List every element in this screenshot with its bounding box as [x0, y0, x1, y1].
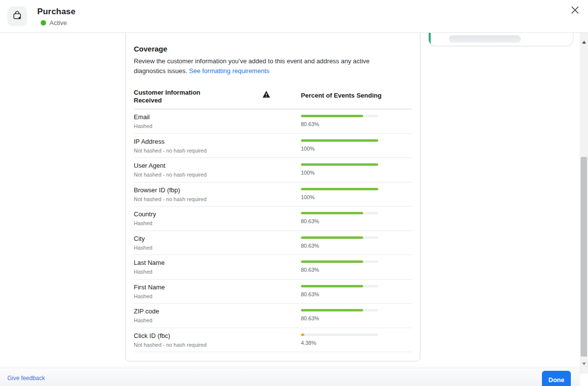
row-parameter-cell: Browser ID (fbp) Not hashed - no hash re…	[134, 186, 301, 206]
status-dot-icon	[41, 20, 46, 26]
toast-skeleton-pill	[449, 35, 521, 43]
give-feedback-link[interactable]: Give feedback	[7, 375, 45, 382]
coverage-section-title: Coverage	[134, 45, 412, 53]
progress-bar-track	[301, 115, 378, 117]
table-row: ZIP code Hashed 80.63%	[134, 304, 412, 328]
warning-icon[interactable]	[263, 91, 270, 100]
row-parameter-cell: ZIP code Hashed	[134, 308, 301, 328]
progress-fill	[301, 285, 363, 287]
status-label: Active	[49, 19, 67, 26]
scrollbar-down-arrow[interactable]	[580, 360, 588, 368]
row-name: First Name	[134, 283, 301, 291]
progress-bar-track	[301, 309, 378, 311]
row-name: IP Address	[134, 138, 301, 145]
row-name: Click ID (fbc)	[134, 332, 301, 339]
row-percent-cell: 100%	[301, 162, 378, 182]
toast-accent-bar	[429, 33, 431, 46]
coverage-card: Coverage Review the customer information…	[125, 33, 420, 361]
row-hash-status: Hashed	[134, 245, 301, 251]
row-percent-cell: 80.63%	[301, 308, 378, 328]
row-name: User Agent	[134, 162, 301, 169]
row-name: City	[134, 235, 301, 242]
coverage-table-body: Email Hashed 80.63% IP Address Not hashe…	[134, 109, 412, 352]
done-button[interactable]: Done	[542, 371, 571, 386]
row-percent-cell: 80.63%	[301, 283, 378, 304]
row-hash-status: Not hashed - no hash required	[134, 342, 301, 348]
row-percent-cell: 100%	[301, 138, 378, 158]
row-percent-label: 80.63%	[301, 267, 378, 273]
dialog-footer: Give feedback Done	[0, 368, 580, 386]
row-parameter-cell: IP Address Not hashed - no hash required	[134, 138, 301, 158]
progress-fill	[301, 260, 363, 263]
table-row: Country Hashed 80.63%	[134, 206, 412, 231]
progress-fill	[301, 115, 363, 117]
row-percent-label: 80.63%	[301, 243, 378, 249]
triangle-down-icon	[582, 362, 586, 365]
row-hash-status: Hashed	[134, 220, 301, 226]
row-hash-status: Hashed	[134, 317, 301, 323]
row-percent-label: 100%	[301, 170, 378, 176]
row-percent-label: 100%	[301, 146, 378, 152]
scrollbar-thumb[interactable]	[581, 157, 587, 357]
page-title: Purchase	[37, 7, 75, 17]
row-parameter-cell: User Agent Not hashed - no hash required	[134, 162, 301, 182]
close-icon	[571, 6, 579, 16]
row-name: ZIP code	[134, 308, 301, 315]
row-hash-status: Hashed	[134, 293, 301, 299]
progress-bar-track	[301, 260, 378, 263]
progress-fill	[301, 334, 304, 336]
row-percent-label: 100%	[301, 194, 378, 200]
progress-fill	[301, 309, 363, 311]
progress-fill	[301, 236, 363, 239]
row-parameter-cell: Last Name Hashed	[134, 259, 301, 279]
row-percent-label: 80.63%	[301, 121, 378, 127]
coverage-table-header: Customer Information Received Percent of…	[134, 89, 412, 109]
row-hash-status: Not hashed - no hash required	[134, 196, 301, 202]
row-percent-cell: 4.38%	[301, 332, 378, 352]
row-parameter-cell: Country Hashed	[134, 210, 301, 231]
status-badge: Active	[41, 19, 67, 26]
table-row: Email Hashed 80.63%	[134, 109, 412, 134]
progress-fill	[301, 212, 363, 214]
progress-bar-track	[301, 334, 378, 336]
progress-fill	[301, 163, 378, 166]
dialog-body: Coverage Review the customer information…	[0, 33, 580, 368]
row-percent-cell: 100%	[301, 186, 378, 206]
row-parameter-cell: City Hashed	[134, 235, 301, 255]
table-row: IP Address Not hashed - no hash required…	[134, 134, 412, 158]
vertical-scrollbar[interactable]	[580, 33, 588, 374]
table-row: First Name Hashed 80.63%	[134, 280, 412, 304]
row-percent-cell: 80.63%	[301, 210, 378, 231]
progress-fill	[301, 188, 378, 190]
progress-bar-track	[301, 236, 378, 239]
row-parameter-cell: Click ID (fbc) Not hashed - no hash requ…	[134, 332, 301, 352]
row-parameter-cell: First Name Hashed	[134, 283, 301, 304]
table-row: City Hashed 80.63%	[134, 231, 412, 256]
row-name: Browser ID (fbp)	[134, 186, 301, 194]
row-hash-status: Hashed	[134, 269, 301, 275]
row-name: Last Name	[134, 259, 301, 266]
table-row: Click ID (fbc) Not hashed - no hash requ…	[134, 328, 412, 353]
event-icon-tile	[7, 6, 27, 26]
row-percent-cell: 80.63%	[301, 113, 378, 133]
close-button[interactable]	[569, 5, 580, 16]
scrollbar-up-arrow[interactable]	[580, 38, 588, 46]
progress-bar-track	[301, 285, 378, 287]
progress-bar-track	[301, 212, 378, 214]
table-row: User Agent Not hashed - no hash required…	[134, 158, 412, 182]
row-hash-status: Not hashed - no hash required	[134, 172, 301, 178]
diagnostic-toast-card	[428, 33, 573, 46]
row-hash-status: Not hashed - no hash required	[134, 148, 301, 154]
column-header-percent-sending: Percent of Events Sending	[301, 89, 382, 104]
dialog-header: Purchase Active	[0, 0, 588, 33]
row-percent-label: 80.63%	[301, 315, 378, 321]
row-percent-cell: 80.63%	[301, 259, 378, 279]
table-row: Last Name Hashed 80.63%	[134, 255, 412, 280]
row-name: Email	[134, 113, 301, 121]
formatting-requirements-link[interactable]: See formatting requirements	[189, 67, 270, 75]
progress-bar-track	[301, 188, 378, 190]
progress-fill	[301, 139, 378, 142]
coverage-description: Review the customer information you’ve a…	[134, 56, 401, 76]
row-percent-label: 80.63%	[301, 291, 378, 297]
progress-bar-track	[301, 139, 378, 142]
